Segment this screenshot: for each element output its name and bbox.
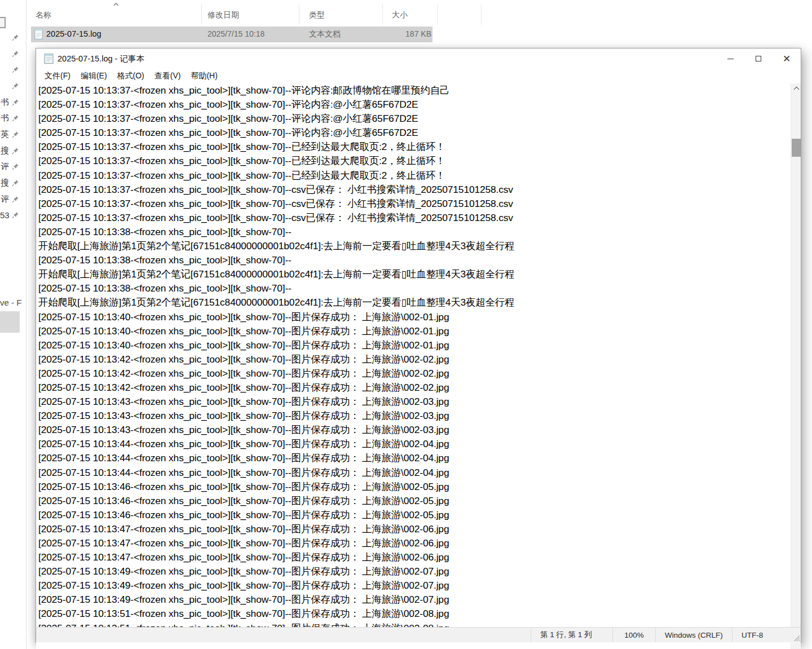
log-line: [2025-07-15 10:13:44-<frozen xhs_pic_too…	[38, 451, 788, 465]
pin-icon	[12, 196, 19, 203]
quick-access-label: 书	[1, 113, 9, 123]
pin-icon	[12, 163, 19, 170]
log-line: [2025-07-15 10:13:37-<frozen xhs_pic_too…	[38, 83, 788, 98]
log-line: [2025-07-15 10:13:46-<frozen xhs_pic_too…	[38, 494, 788, 508]
statusbar-spacer	[36, 628, 531, 642]
quick-access-label: 搜	[1, 178, 9, 188]
nav-selected-item[interactable]	[0, 311, 20, 333]
log-line: [2025-07-15 10:13:38-<frozen xhs_pic_too…	[38, 253, 788, 267]
file-name: 2025-07-15.log	[46, 29, 102, 38]
quick-access-item[interactable]: 书	[0, 110, 23, 126]
log-line: [2025-07-15 10:13:44-<frozen xhs_pic_too…	[38, 437, 788, 451]
menu-item[interactable]: 帮助(H)	[186, 69, 222, 83]
pin-icon	[12, 82, 19, 90]
encoding: UTF-8	[732, 628, 801, 642]
sort-ascending-icon: ^	[113, 2, 118, 10]
pin-icon	[12, 179, 19, 187]
log-line: [2025-07-15 10:13:42-<frozen xhs_pic_too…	[38, 381, 788, 395]
log-line: [2025-07-15 10:13:37-<frozen xhs_pic_too…	[38, 183, 788, 197]
quick-access-label: 英	[1, 129, 9, 140]
scrollbar-thumb[interactable]	[792, 139, 801, 157]
file-list-header: ^ 名称 修改日期 类型 大小	[27, 3, 483, 25]
log-line: [2025-07-15 10:13:42-<frozen xhs_pic_too…	[38, 367, 788, 381]
log-line: [2025-07-15 10:13:46-<frozen xhs_pic_too…	[38, 480, 788, 494]
column-header-date-modified[interactable]: 修改日期	[208, 10, 239, 20]
quick-access-item[interactable]: 英	[0, 126, 23, 143]
quick-access-item[interactable]: 评	[0, 191, 23, 207]
log-line: [2025-07-15 10:13:47-<frozen xhs_pic_too…	[38, 536, 788, 550]
log-line: [2025-07-15 10:13:38-<frozen xhs_pic_too…	[38, 225, 788, 239]
maximize-icon	[756, 56, 761, 61]
quick-access-item[interactable]	[0, 46, 23, 62]
pin-icon	[12, 34, 19, 41]
resize-grip[interactable]	[793, 634, 800, 641]
file-row-selected[interactable]: 2025-07-15.log 2025/7/15 10:18 文本文档 187 …	[31, 27, 433, 42]
pin-icon	[12, 131, 19, 138]
column-separator	[382, 5, 383, 25]
column-separator	[299, 5, 299, 25]
quick-access-label: 53	[0, 210, 9, 220]
minimize-button[interactable]	[716, 48, 744, 69]
quick-access-item[interactable]	[0, 61, 23, 78]
pin-icon	[12, 99, 19, 106]
log-line: [2025-07-15 10:13:42-<frozen xhs_pic_too…	[38, 352, 788, 367]
notepad-statusbar: 第 1 行, 第 1 列 100% Windows (CRLF) UTF-8	[36, 627, 801, 642]
explorer-nav-pane: 书 书 英	[0, 0, 27, 649]
notepad-menubar: 文件(F) 编辑(E) 格式(O) 查看(V) 帮助(H)	[36, 69, 801, 83]
pin-icon	[12, 114, 19, 122]
notepad-app-icon	[44, 53, 54, 64]
column-separator	[481, 5, 482, 25]
line-ending: Windows (CRLF)	[655, 628, 732, 642]
column-header-size[interactable]: 大小	[392, 10, 408, 20]
notepad-text-area[interactable]: [2025-07-15 10:13:37-<frozen xhs_pic_too…	[36, 83, 791, 649]
pin-icon	[12, 66, 19, 73]
file-date-modified: 2025/7/15 10:18	[208, 29, 264, 38]
column-separator	[201, 5, 202, 25]
column-header-name[interactable]: 名称	[36, 10, 51, 20]
column-header-type[interactable]: 类型	[309, 10, 325, 20]
window-controls: ✕	[716, 48, 801, 69]
file-size: 187 KB	[387, 29, 431, 38]
log-line: [2025-07-15 10:13:49-<frozen xhs_pic_too…	[38, 579, 788, 593]
log-line: [2025-07-15 10:13:38-<frozen xhs_pic_too…	[38, 281, 788, 295]
menu-item[interactable]: 编辑(E)	[76, 69, 112, 83]
vertical-scrollbar[interactable]	[791, 83, 801, 649]
log-line: [2025-07-15 10:13:37-<frozen xhs_pic_too…	[38, 112, 788, 126]
scroll-up-button[interactable]	[791, 83, 801, 93]
maximize-button[interactable]	[744, 48, 773, 69]
log-line: [2025-07-15 10:13:51-<frozen xhs_pic_too…	[38, 607, 788, 621]
quick-access-item[interactable]: 评	[0, 159, 23, 175]
quick-access-item[interactable]: 搜	[0, 143, 23, 159]
log-line: [2025-07-15 10:13:40-<frozen xhs_pic_too…	[38, 310, 788, 324]
minimize-icon	[727, 59, 734, 59]
pin-icon	[12, 147, 19, 154]
log-line: [2025-07-15 10:13:37-<frozen xhs_pic_too…	[38, 169, 788, 183]
quick-access-item[interactable]: 搜	[0, 175, 23, 191]
notepad-window: 2025-07-15.log - 记事本 ✕ 文件(F) 编辑(E) 格式(O)…	[36, 48, 801, 643]
nav-drive-label[interactable]: ve - F	[0, 298, 21, 307]
log-line: [2025-07-15 10:13:49-<frozen xhs_pic_too…	[38, 564, 788, 579]
log-line: [2025-07-15 10:13:37-<frozen xhs_pic_too…	[38, 126, 788, 140]
chevron-up-icon	[793, 87, 799, 92]
log-line: [2025-07-15 10:13:37-<frozen xhs_pic_too…	[38, 98, 788, 112]
log-line: 开始爬取[上海旅游]第1页第2个笔记[67151c84000000001b02c…	[38, 239, 788, 253]
quick-access-item[interactable]	[0, 78, 23, 94]
notepad-titlebar[interactable]: 2025-07-15.log - 记事本 ✕	[36, 48, 801, 69]
quick-access-item[interactable]: 书	[0, 94, 23, 111]
pin-icon	[12, 211, 19, 219]
column-separator	[437, 5, 438, 25]
menu-item[interactable]: 格式(O)	[112, 69, 149, 83]
log-line: [2025-07-15 10:13:40-<frozen xhs_pic_too…	[38, 338, 788, 352]
quick-access-item[interactable]: 53	[0, 207, 23, 224]
close-button[interactable]: ✕	[773, 48, 801, 69]
quick-access-label: 书	[1, 97, 9, 108]
quick-access-item[interactable]	[0, 29, 23, 46]
file-type: 文本文档	[309, 29, 341, 39]
log-line: [2025-07-15 10:13:37-<frozen xhs_pic_too…	[38, 154, 788, 168]
log-line: [2025-07-15 10:13:47-<frozen xhs_pic_too…	[38, 550, 788, 564]
menu-item[interactable]: 文件(F)	[39, 69, 76, 83]
zoom-level: 100%	[612, 628, 655, 642]
log-line: [2025-07-15 10:13:37-<frozen xhs_pic_too…	[38, 211, 788, 225]
pin-icon	[12, 50, 19, 58]
menu-item[interactable]: 查看(V)	[149, 69, 186, 83]
